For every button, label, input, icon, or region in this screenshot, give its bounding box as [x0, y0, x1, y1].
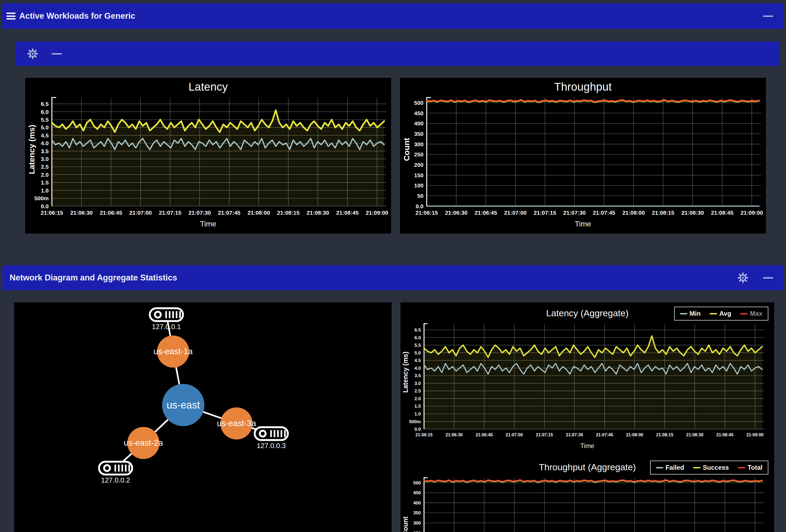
panel1-body: Latency Latency (ms) 0.0500m1.01.52.02.5… [2, 29, 784, 261]
minus-icon[interactable] [763, 16, 773, 17]
latency-chart-card: Latency Latency (ms) 0.0500m1.01.52.02.5… [25, 78, 391, 234]
y-tick-label: 5.0 [41, 124, 49, 130]
panel2-header[interactable]: Network Diagram and Aggregate Statistics [2, 265, 784, 290]
y-tick-label: 5.5 [41, 117, 49, 123]
legend-label: Min [690, 310, 701, 317]
x-tick-label: 21:08:45 [711, 210, 734, 216]
y-tick-label: 250 [414, 151, 423, 158]
y-tick-label: 500m [34, 195, 49, 201]
workload-charts-row: Latency Latency (ms) 0.0500m1.01.52.02.5… [25, 78, 766, 234]
panel1-header[interactable]: Active Workloads for Generic [2, 3, 784, 29]
y-axis-label: Latency (ms) [27, 125, 37, 174]
y-axis-label: Latency (ms) [401, 352, 409, 393]
series-total [427, 100, 759, 102]
legend-swatch [740, 313, 747, 314]
hamburger-icon[interactable] [6, 13, 16, 20]
throughput-aggregate-chart: 0.05010015020025030035040045050021:06:15… [400, 475, 770, 532]
network-diagram-card: 127.0.0.1127.0.0.2127.0.0.3us-eastus-eas… [14, 303, 392, 532]
client-ip-label: 127.0.0.3 [257, 442, 286, 450]
node-label: us-east-3a [217, 419, 256, 428]
y-tick-label: 50 [417, 193, 423, 199]
x-axis-label: Time [400, 219, 766, 228]
legend-swatch [710, 313, 717, 314]
x-tick-label: 21:08:00 [248, 210, 270, 216]
minus-icon[interactable] [52, 53, 62, 54]
client-icon[interactable]: 127.0.0.1 [150, 308, 183, 331]
y-tick-label: 3.0 [414, 381, 421, 386]
y-tick-label: 250 [413, 531, 421, 532]
client-ip-label: 127.0.0.2 [101, 476, 130, 484]
y-tick-label: 4.0 [41, 140, 49, 146]
y-tick-label: 5.0 [414, 350, 421, 356]
network-node-us-east[interactable]: us-east [162, 384, 204, 426]
y-tick-label: 1.5 [414, 404, 421, 409]
y-tick-label: 3.5 [414, 373, 421, 378]
x-tick-label: 21:07:15 [536, 433, 553, 437]
legend[interactable]: FailedSuccessTotal [650, 461, 768, 475]
legend-item-max[interactable]: Max [740, 310, 762, 317]
latency-aggregate-block: Latency (Aggregate) MinAvgMax Latency (m… [400, 306, 774, 451]
y-tick-label: 0.0 [41, 203, 49, 209]
legend[interactable]: MinAvgMax [674, 307, 768, 320]
network-node-us-east-2a[interactable]: us-east-2a [124, 427, 163, 459]
x-tick-label: 21:07:00 [506, 433, 523, 437]
x-tick-label: 21:07:00 [129, 210, 152, 216]
legend-item-min[interactable]: Min [680, 310, 701, 317]
legend-item-total[interactable]: Total [738, 464, 762, 471]
x-tick-label: 21:06:45 [100, 210, 122, 216]
network-node-us-east-1a[interactable]: us-east-1a [154, 336, 193, 368]
network-node-us-east-3a[interactable]: us-east-3a [217, 407, 256, 439]
gear-icon[interactable] [26, 48, 39, 60]
y-tick-label: 400 [414, 120, 423, 126]
panel-active-workloads: Active Workloads for Generic La [2, 3, 784, 261]
legend-item-success[interactable]: Success [693, 464, 729, 471]
x-tick-label: 21:08:30 [307, 210, 329, 216]
x-axis-label: Time [25, 219, 391, 228]
legend-swatch [693, 467, 700, 468]
panel1-title: Active Workloads for Generic [19, 11, 135, 21]
y-tick-label: 450 [414, 110, 423, 116]
y-tick-label: 3.0 [41, 156, 49, 162]
x-tick-label: 21:08:45 [716, 433, 734, 437]
y-tick-label: 0.0 [414, 427, 421, 432]
legend-label: Max [750, 310, 762, 317]
x-tick-label: 21:08:15 [652, 210, 674, 216]
y-tick-label: 2.5 [41, 164, 49, 170]
x-tick-label: 21:06:45 [476, 433, 493, 437]
x-tick-label: 21:08:15 [277, 210, 300, 216]
network-diagram[interactable]: 127.0.0.1127.0.0.2127.0.0.3us-eastus-eas… [14, 303, 392, 532]
x-tick-label: 21:06:30 [445, 210, 467, 216]
y-tick-label: 0.0 [416, 203, 423, 209]
y-tick-label: 1.0 [41, 187, 49, 194]
legend-item-avg[interactable]: Avg [710, 310, 731, 317]
x-tick-label: 21:06:30 [445, 433, 463, 437]
legend-label: Total [747, 464, 762, 471]
panel2-title: Network Diagram and Aggregate Statistics [9, 273, 177, 283]
x-tick-label: 21:09:00 [741, 210, 763, 216]
gear-icon[interactable] [737, 272, 749, 284]
x-tick-label: 21:06:45 [475, 210, 497, 216]
y-tick-label: 6.0 [41, 109, 49, 115]
client-icon[interactable]: 127.0.0.3 [255, 427, 288, 450]
x-tick-label: 21:07:15 [534, 210, 556, 216]
y-tick-label: 4.5 [41, 132, 49, 139]
y-tick-label: 2.0 [41, 172, 49, 178]
x-tick-label: 21:08:45 [336, 210, 359, 216]
x-tick-label: 21:07:45 [593, 210, 615, 216]
throughput-aggregate-block: Throughput (Aggregate) FailedSuccessTota… [400, 460, 774, 532]
chart-title: Throughput [400, 80, 766, 94]
series-total [424, 480, 762, 482]
y-tick-label: 500m [409, 419, 421, 424]
node-label: us-east-1a [154, 347, 193, 356]
x-tick-label: 21:08:00 [622, 210, 645, 216]
legend-item-failed[interactable]: Failed [656, 464, 684, 471]
node-label: us-east-2a [124, 438, 163, 448]
minus-icon[interactable] [763, 277, 773, 279]
client-icon[interactable]: 127.0.0.2 [99, 462, 132, 484]
y-tick-label: 2.0 [414, 396, 421, 401]
y-tick-label: 350 [414, 131, 423, 137]
y-tick-label: 300 [413, 521, 421, 526]
x-tick-label: 21:09:00 [746, 433, 764, 437]
x-tick-label: 21:07:30 [563, 210, 586, 216]
client-ip-label: 127.0.0.1 [152, 323, 181, 331]
